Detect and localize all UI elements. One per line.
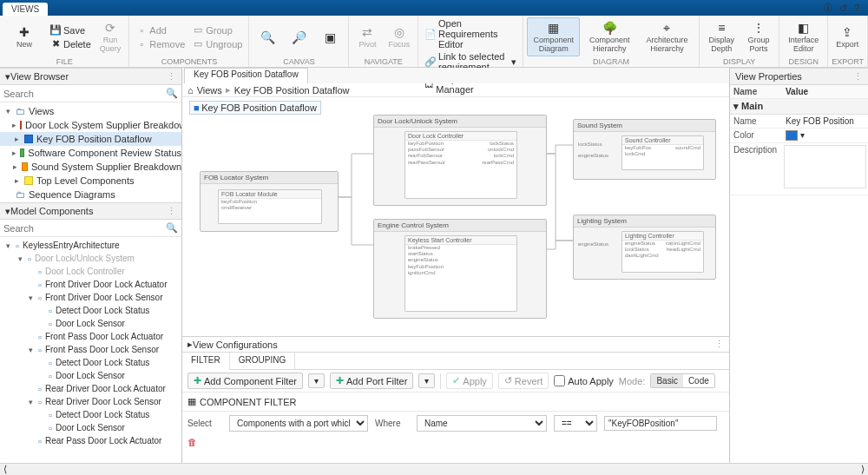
add-comp-dd[interactable]: ▾ [308,373,325,388]
architecture-hierarchy-button[interactable]: ⌖Architecture Hierarchy [639,17,695,56]
interface-editor-button[interactable]: ◧Interface Editor [783,17,824,56]
auto-apply-checkbox[interactable]: Auto Apply [554,375,614,386]
block-engine-control-system[interactable]: Engine Control System Keyless Start Cont… [373,219,547,319]
group-ports-button[interactable]: ⋮Group Ports [742,17,776,56]
where-value-input[interactable] [604,416,717,431]
delete-icon: ✖ [49,38,62,50]
mc-node[interactable]: ▫Rear Driver Door Lock Actuator [0,382,181,395]
prop-desc-value[interactable] [784,145,866,188]
tree-root[interactable]: ▾🗀Views [0,104,181,118]
revert-button[interactable]: ↺Revert [498,373,549,389]
tab-grouping[interactable]: GROUPING [230,353,295,369]
new-button[interactable]: ✚New [3,22,45,52]
mc-node[interactable]: ▾▫Front Driver Door Lock Sensor [0,291,181,304]
crumb-leaf[interactable]: Key FOB Position Dataflow [234,85,350,96]
pivot-button[interactable]: ⇄Pivot [352,22,382,52]
add-port-filter-button[interactable]: ✚Add Port Filter [330,373,413,389]
model-components-search[interactable] [3,223,166,234]
model-components-tree[interactable]: ▾▫KeylessEntryArchitecture▾▫Door Lock/Un… [0,237,181,463]
zoom-in-button[interactable]: 🔍 [253,27,282,48]
view-item[interactable]: ▸Key FOB Position Dataflow [0,132,181,146]
display-depth-button[interactable]: ≡Display Depth [703,17,740,56]
prop-color-value[interactable]: ▾ [782,129,868,142]
mc-node[interactable]: ▫Door Lock Sensor [0,421,181,434]
group-label-canvas: CANVAS [253,56,345,67]
block-lighting-controller[interactable]: Lighting Controller engineStatuscabinLig… [621,231,704,273]
add-icon: ▫ [135,24,148,36]
add-button[interactable]: ▫Add [133,23,187,37]
system-icon[interactable]: 🛈 [823,3,832,13]
mc-node[interactable]: ▫Rear Pass Door Lock Actuator [0,434,181,447]
fit-button[interactable]: ▣ [315,27,345,48]
delete-button[interactable]: ✖Delete [47,37,94,51]
document-tabs: Key FOB Position Dataflow [182,68,729,83]
open-req-button[interactable]: 📄Open Requirements Editor [422,17,519,50]
view-item[interactable]: ▸Sound System Supplier Breakdown [0,160,181,174]
search-icon[interactable]: 🔍 [166,222,178,234]
ribbon-tab-views[interactable]: VIEWS [3,3,48,16]
mc-node[interactable]: ▫Detect Door Lock Status [0,304,181,317]
tab-filter[interactable]: FILTER [182,353,230,370]
zoom-out-icon: 🔎 [291,30,306,45]
component-diagram-button[interactable]: ▦Component Diagram [527,17,580,56]
view-browser-header: ▾ View Browser⋮ [0,68,181,85]
link-icon: 🔗 [424,56,437,68]
run-query-button[interactable]: ⟳Run Query [95,17,126,56]
block-sound-controller[interactable]: Sound Controller keyFobPossoundCmd lockC… [621,135,704,170]
mc-node[interactable]: ▫Door Lock Sensor [0,369,181,382]
mc-node[interactable]: ▫Detect Door Lock Status [0,408,181,421]
add-component-filter-button[interactable]: ✚Add Component Filter [187,373,303,389]
diagram-canvas[interactable]: ■ Key FOB Position Dataflow FOB Locator … [182,97,729,337]
view-item[interactable]: ▸Door Lock System Supplier Breakdown [0,118,181,132]
mc-node[interactable]: ▫Door Lock Controller [0,265,181,278]
save-button[interactable]: 💾Save [47,23,94,37]
view-browser-search[interactable] [3,89,166,99]
mc-root[interactable]: ▾▫KeylessEntryArchitecture [0,239,181,252]
select-dropdown[interactable]: Components with a port which have a... [229,415,368,432]
ungroup-button[interactable]: ▭Ungroup [189,37,245,51]
block-door-lock-system[interactable]: Door Lock/Unlock System Door Lock Contro… [373,115,547,206]
crumb-home-icon[interactable]: ⌂ [187,85,194,96]
component-hierarchy-button[interactable]: 🌳Component Hierarchy [582,17,637,56]
scroll-right-icon[interactable]: ⟩ [861,464,865,475]
block-door-lock-controller[interactable]: Door Lock Controller keyFobPositionlockS… [404,131,517,199]
delete-filter-icon[interactable]: 🗑 [187,437,197,447]
scroll-left-icon[interactable]: ⟨ [3,464,7,475]
focus-button[interactable]: ◎Focus [384,22,414,52]
apply-button[interactable]: ✔Apply [446,373,493,389]
view-browser-tree[interactable]: ▾🗀Views▸Door Lock System Supplier Breakd… [0,102,181,202]
block-fob-locator-system[interactable]: FOB Locator System FOB Locator Module ke… [200,171,339,232]
export-button[interactable]: ⇪Export [832,22,863,52]
ungroup-icon: ▭ [192,38,204,50]
filter-icon: ▦ [187,396,196,407]
view-item[interactable]: ▸Top Level Components [0,174,181,188]
prop-name-value[interactable]: Key FOB Position [782,115,868,128]
where-field-dropdown[interactable]: Name [417,415,547,432]
help-icon[interactable]: ? [854,3,859,13]
mc-node[interactable]: ▫Front Pass Door Lock Actuator [0,330,181,343]
block-lighting-system[interactable]: Lighting System Lighting Controller engi… [573,214,716,280]
where-op-dropdown[interactable]: == [554,415,597,432]
mc-node[interactable]: ▾▫Door Lock/Unlock System [0,252,181,265]
group-button[interactable]: ▭Group [189,23,245,37]
mc-node[interactable]: ▫Door Lock Sensor [0,317,181,330]
undo-icon[interactable]: ↺ [839,3,847,14]
block-keyless-start-controller[interactable]: Keyless Start Controller brakePressed st… [404,235,517,312]
mc-node[interactable]: ▫Detect Door Lock Status [0,356,181,369]
sequence-diagrams[interactable]: 🗀Sequence Diagrams [0,188,181,201]
view-item[interactable]: ▸Software Component Review Status [0,146,181,160]
focus-icon: ◎ [391,24,407,40]
canvas-title: ■ Key FOB Position Dataflow [189,101,321,115]
mode-toggle[interactable]: BasicCode [650,373,714,388]
add-port-dd[interactable]: ▾ [418,373,435,388]
mc-node[interactable]: ▾▫Rear Driver Door Lock Sensor [0,395,181,408]
zoom-out-button[interactable]: 🔎 [284,27,313,48]
search-icon[interactable]: 🔍 [166,88,178,99]
crumb-root[interactable]: Views [197,85,222,96]
doc-tab[interactable]: Key FOB Position Dataflow [184,68,308,83]
remove-button[interactable]: ▫Remove [133,37,187,51]
mc-node[interactable]: ▾▫Front Pass Door Lock Sensor [0,343,181,356]
mc-node[interactable]: ▫Front Driver Door Lock Actuator [0,278,181,291]
block-fob-locator-module[interactable]: FOB Locator Module keyFobPosition cmdRec… [218,189,322,224]
block-sound-system[interactable]: Sound System Sound Controller keyFobPoss… [573,119,716,180]
